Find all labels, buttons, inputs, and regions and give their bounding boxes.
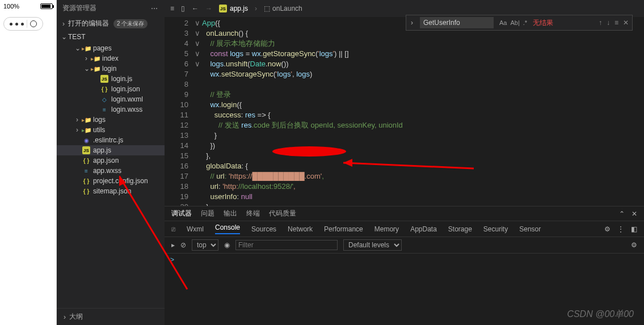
- tree-item-app-wxss[interactable]: ≡app.wxss: [57, 166, 165, 176]
- breadcrumb-symbol[interactable]: ⬚ onLaunch: [264, 5, 302, 12]
- toggle-sidebar-icon[interactable]: ▸: [171, 241, 175, 249]
- tree-item-pages[interactable]: ⌄▸📁pages: [57, 43, 165, 53]
- more-vert-icon[interactable]: ⋮: [617, 225, 624, 233]
- whole-word-icon[interactable]: Ab|: [510, 19, 519, 26]
- wxml-icon: ◇: [100, 95, 108, 103]
- devtab-network[interactable]: Network: [288, 225, 313, 233]
- search-input[interactable]: [420, 17, 494, 28]
- console-settings-icon[interactable]: ⚙: [631, 241, 637, 249]
- project-root[interactable]: ⌄ TEST: [57, 31, 165, 43]
- folder-icon: ▸📁: [82, 44, 90, 52]
- redaction-mark: [272, 146, 346, 157]
- tree-item-login-wxss[interactable]: ≡login.wxss: [57, 104, 165, 115]
- more-icon[interactable]: ⋯: [151, 5, 159, 12]
- open-editors-section[interactable]: › 打开的编辑器 2 个未保存: [57, 16, 165, 31]
- menu-icon[interactable]: ≡: [170, 5, 174, 12]
- live-expression-icon[interactable]: ◉: [224, 241, 230, 249]
- clear-console-icon[interactable]: ⊘: [180, 241, 186, 249]
- tree-item-app-json[interactable]: { }app.json: [57, 155, 165, 166]
- battery-icon: [40, 3, 53, 9]
- tab-file[interactable]: JS app.js: [219, 5, 248, 12]
- panel-tab-输出[interactable]: 输出: [224, 209, 237, 218]
- devtab-security[interactable]: Security: [483, 225, 508, 233]
- wxss-icon: ≡: [100, 105, 108, 113]
- forward-icon[interactable]: →: [205, 5, 212, 12]
- tree-item--eslintrc-js[interactable]: ◉.eslintrc.js: [57, 135, 165, 145]
- json-icon: { }: [100, 85, 108, 93]
- settings-icon[interactable]: ⚙: [604, 225, 611, 233]
- filter-input[interactable]: [235, 240, 338, 250]
- find-widget: › Aa Ab| .* 无结果 ↑ ↓ ≡ ✕: [406, 15, 633, 31]
- capsule-button[interactable]: [3, 17, 43, 31]
- devtab-memory[interactable]: Memory: [374, 225, 399, 233]
- file-tree: ⌄▸📁pages›▸📁index⌄▸📁loginJSlogin.js{ }log…: [57, 43, 165, 196]
- battery-percent: 100%: [3, 3, 19, 10]
- console-output[interactable]: >: [165, 254, 644, 325]
- prev-match-icon[interactable]: ↑: [599, 19, 602, 27]
- panel-tab-终端[interactable]: 终端: [246, 209, 260, 218]
- context-select[interactable]: top: [192, 239, 218, 251]
- back-icon[interactable]: ←: [192, 5, 199, 12]
- tree-item-app-js[interactable]: JSapp.js: [57, 145, 165, 155]
- js-icon: JS: [82, 146, 90, 154]
- panel-tab-调试器[interactable]: 调试器: [171, 209, 192, 218]
- no-results-text: 无结果: [533, 18, 553, 28]
- tree-item-login-wxml[interactable]: ◇login.wxml: [57, 94, 165, 104]
- devtab-sources[interactable]: Sources: [251, 225, 276, 233]
- devtab-console[interactable]: Console: [215, 223, 240, 234]
- inspect-icon[interactable]: ⎚: [171, 225, 175, 233]
- tree-item-project-config-json[interactable]: { }project.config.json: [57, 176, 165, 186]
- regex-icon[interactable]: .*: [523, 19, 527, 26]
- js-icon: JS: [219, 5, 227, 12]
- devtab-appdata[interactable]: AppData: [410, 225, 437, 233]
- json-icon: { }: [82, 187, 90, 195]
- folder-icon: ▸📁: [91, 65, 99, 73]
- next-match-icon[interactable]: ↓: [607, 19, 610, 27]
- tree-item-sitemap-json[interactable]: { }sitemap.json: [57, 186, 165, 196]
- find-in-selection-icon[interactable]: ≡: [614, 19, 618, 27]
- tree-item-login-js[interactable]: JSlogin.js: [57, 74, 165, 84]
- close-panel-icon[interactable]: ✕: [632, 210, 637, 218]
- panel-tab-问题[interactable]: 问题: [201, 209, 214, 218]
- json-icon: { }: [82, 177, 90, 185]
- log-levels-select[interactable]: Default levels: [343, 239, 402, 251]
- outline-section[interactable]: ›大纲: [57, 308, 165, 325]
- devtab-storage[interactable]: Storage: [448, 225, 472, 233]
- wxss-icon: ≡: [82, 167, 90, 175]
- target-icon: [30, 20, 37, 27]
- dock-icon[interactable]: ◧: [631, 225, 637, 233]
- js-icon: JS: [100, 75, 108, 83]
- console-toolbar: ▸ ⊘ top ◉ Default levels ⚙: [165, 237, 644, 254]
- devtools-tabs: ⎚ WxmlConsoleSourcesNetworkPerformanceMe…: [165, 221, 644, 237]
- tree-item-login-json[interactable]: { }login.json: [57, 84, 165, 94]
- bookmark-icon[interactable]: ▯: [181, 5, 185, 12]
- folder-icon: ▸📁: [82, 126, 90, 134]
- folder-icon: ▸📁: [82, 116, 90, 124]
- panel-tabs: 调试器问题输出终端代码质量 ⌃ ✕: [165, 206, 644, 221]
- preview-pane: 100%: [0, 0, 57, 325]
- tree-item-login[interactable]: ⌄▸📁login: [57, 64, 165, 74]
- devtab-sensor[interactable]: Sensor: [519, 225, 541, 233]
- console-prompt: >: [170, 256, 174, 264]
- collapse-icon[interactable]: ⌃: [619, 210, 625, 218]
- explorer-title: 资源管理器: [62, 3, 96, 13]
- code-editor[interactable]: 23456789101112131415161718192021 ∨∨∨∨∨ A…: [165, 17, 644, 206]
- tree-item-logs[interactable]: ›▸📁logs: [57, 115, 165, 125]
- panel-tab-代码质量[interactable]: 代码质量: [269, 209, 296, 218]
- unsaved-badge: 2 个未保存: [113, 19, 148, 28]
- match-case-icon[interactable]: Aa: [499, 19, 507, 26]
- cube-icon: ⬚: [264, 5, 270, 12]
- expand-replace-icon[interactable]: ›: [410, 19, 414, 27]
- json-icon: { }: [82, 157, 90, 164]
- devtab-performance[interactable]: Performance: [324, 225, 363, 233]
- explorer-sidebar: 资源管理器 ⋯ › 打开的编辑器 2 个未保存 ⌄ TEST ⌄▸📁pages›…: [57, 0, 165, 325]
- tree-item-utils[interactable]: ›▸📁utils: [57, 125, 165, 135]
- devtab-wxml[interactable]: Wxml: [187, 225, 204, 233]
- eslint-icon: ◉: [82, 136, 90, 144]
- folder-icon: ▸📁: [91, 54, 99, 62]
- tree-item-index[interactable]: ›▸📁index: [57, 53, 165, 64]
- bottom-panel: 调试器问题输出终端代码质量 ⌃ ✕ ⎚ WxmlConsoleSourcesNe…: [165, 206, 644, 325]
- close-icon[interactable]: ✕: [623, 19, 629, 27]
